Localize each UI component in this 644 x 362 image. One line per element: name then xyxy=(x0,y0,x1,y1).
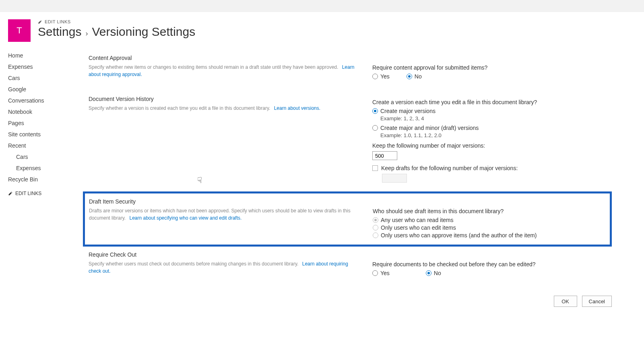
section-desc: Specify whether a version is created eac… xyxy=(89,105,356,112)
content-approval-question: Require content approval for submitted i… xyxy=(372,64,612,71)
nav-conversations[interactable]: Conversations xyxy=(8,95,80,106)
nav-recent-cars[interactable]: Cars xyxy=(8,151,80,162)
section-title: Draft Item Security xyxy=(89,198,357,205)
edit-links-label: EDIT LINKS xyxy=(45,19,71,24)
section-checkout: Require Check Out Specify whether users … xyxy=(89,247,612,288)
nav-expenses[interactable]: Expenses xyxy=(8,61,80,72)
radio-any-user xyxy=(373,217,378,223)
radio-no[interactable] xyxy=(407,74,412,79)
opt-approve-users: Only users who can approve items (and th… xyxy=(373,232,606,239)
nav-google[interactable]: Google xyxy=(8,84,80,95)
content-approval-yes[interactable]: Yes xyxy=(372,73,390,80)
learn-drafts-link[interactable]: Learn about specifying who can view and … xyxy=(130,215,242,221)
section-desc: Drafts are minor versions or items which… xyxy=(89,207,357,222)
form-buttons: OK Cancel xyxy=(89,296,612,307)
section-content-approval: Content Approval Specify whether new ite… xyxy=(89,50,612,91)
opt-major-example: Example: 1, 2, 3, 4 xyxy=(380,115,612,121)
nav-recent[interactable]: Recent xyxy=(8,140,80,151)
version-history-question: Create a version each time you edit a fi… xyxy=(372,99,612,105)
section-title: Document Version History xyxy=(89,96,356,102)
opt-minor-example: Example: 1.0, 1.1, 1.2, 2.0 xyxy=(380,132,612,138)
learn-versions-link[interactable]: Learn about versions. xyxy=(274,105,320,111)
nav-cars[interactable]: Cars xyxy=(8,72,80,84)
page-title: Versioning Settings xyxy=(92,25,195,39)
ok-button[interactable]: OK xyxy=(554,296,577,307)
radio-approve-users xyxy=(373,232,378,238)
pencil-icon xyxy=(38,20,42,24)
edit-links-bottom[interactable]: EDIT LINKS xyxy=(8,191,41,196)
radio-major[interactable] xyxy=(372,108,378,114)
breadcrumb: Settings › Versioning Settings xyxy=(38,25,195,39)
keep-drafts-input xyxy=(382,174,407,183)
opt-minor-versions[interactable]: Create major and minor (draft) versions xyxy=(372,125,612,131)
checkout-yes[interactable]: Yes xyxy=(372,270,390,276)
nav-pages[interactable]: Pages xyxy=(8,117,80,129)
checkout-no[interactable]: No xyxy=(426,270,441,276)
nav-recent-expenses[interactable]: Expenses xyxy=(8,162,80,174)
section-version-history: Document Version History Specify whether… xyxy=(89,91,612,191)
nav-site-contents[interactable]: Site contents xyxy=(8,129,80,140)
suite-bar xyxy=(0,0,644,12)
nav-recycle-bin[interactable]: Recycle Bin xyxy=(8,174,80,185)
radio-checkout-yes[interactable] xyxy=(372,270,378,276)
left-nav: Home Expenses Cars Google Conversations … xyxy=(8,50,80,307)
settings-form: Content Approval Specify whether new ite… xyxy=(80,50,636,307)
pencil-icon xyxy=(8,191,13,196)
radio-edit-users xyxy=(373,225,378,230)
nav-home[interactable]: Home xyxy=(8,50,80,61)
section-draft-security: Draft Item Security Drafts are minor ver… xyxy=(83,191,612,247)
keep-drafts-checkbox[interactable] xyxy=(372,165,378,171)
keep-major-input[interactable] xyxy=(372,151,397,160)
draft-security-question: Who should see draft items in this docum… xyxy=(373,208,606,214)
page-header: T EDIT LINKS Settings › Versioning Setti… xyxy=(8,19,636,42)
site-logo[interactable]: T xyxy=(8,19,31,42)
opt-major-versions[interactable]: Create major versions xyxy=(372,108,612,114)
checkout-question: Require documents to be checked out befo… xyxy=(372,261,612,267)
keep-major-label: Keep the following number of major versi… xyxy=(372,142,612,149)
keep-drafts-label: Keep drafts for the following number of … xyxy=(381,165,518,171)
section-title: Content Approval xyxy=(89,55,356,61)
chevron-right-icon: › xyxy=(85,29,88,38)
opt-edit-users: Only users who can edit items xyxy=(373,224,606,231)
section-title: Require Check Out xyxy=(89,251,356,258)
cancel-button[interactable]: Cancel xyxy=(582,296,612,307)
section-desc: Specify whether users must check out doc… xyxy=(89,260,356,275)
edit-links-bottom-label: EDIT LINKS xyxy=(15,191,41,196)
content-approval-no[interactable]: No xyxy=(407,73,422,80)
radio-minor[interactable] xyxy=(372,125,378,131)
section-desc: Specify whether new items or changes to … xyxy=(89,64,356,78)
radio-yes[interactable] xyxy=(372,74,378,79)
radio-checkout-no[interactable] xyxy=(426,270,431,276)
edit-links-top[interactable]: EDIT LINKS xyxy=(38,19,195,24)
opt-any-user: Any user who can read items xyxy=(373,217,606,223)
nav-notebook[interactable]: Notebook xyxy=(8,106,80,117)
breadcrumb-root[interactable]: Settings xyxy=(38,25,81,39)
